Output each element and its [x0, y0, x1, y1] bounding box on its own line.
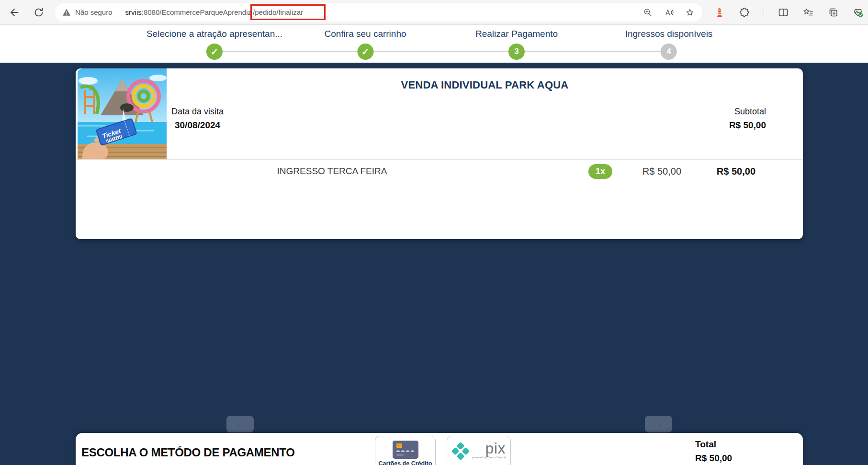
step-payment[interactable]: Realizar Pagamento 3: [475, 29, 558, 60]
toolbar-divider: [764, 7, 764, 18]
collections-icon[interactable]: [827, 7, 839, 18]
step-confirm-cart[interactable]: Confira seu carrinho ✓: [324, 29, 406, 60]
favorite-star-icon[interactable]: [685, 8, 695, 17]
toolbar-extensions-area: [714, 7, 864, 18]
url-path: :8080/EcommerceParqueAprendiz: [142, 8, 251, 16]
payment-heading: ESCOLHA O METÓDO DE PAGAMENTO: [81, 446, 295, 459]
stepper-connector-line: [214, 51, 669, 52]
subtotal-block: Subtotal R$ 50,00: [729, 107, 766, 131]
read-aloud-icon[interactable]: [664, 8, 674, 17]
step-number-badge: 3: [508, 44, 525, 60]
arrow-left-icon: ←: [235, 418, 246, 431]
step-tickets-available[interactable]: Ingressos disponíveis 4: [625, 29, 713, 60]
visit-date-label: Data da visita: [171, 107, 224, 117]
extensions-puzzle-icon[interactable]: [739, 7, 750, 18]
not-secure-label[interactable]: Não seguro: [75, 8, 113, 16]
payment-method-card: ESCOLHA O METÓDO DE PAGAMENTO Cartões de…: [76, 433, 803, 465]
item-quantity-badge: 1x: [588, 164, 612, 179]
credit-card-icon: [393, 441, 418, 459]
refresh-icon[interactable]: [33, 7, 45, 18]
step-check-icon: ✓: [357, 44, 373, 60]
credit-card-method-label: Cartões de Crédito: [375, 460, 435, 465]
subtotal-value: R$ 50,00: [729, 120, 766, 131]
url-text[interactable]: srviis:8080/EcommerceParqueAprendiz/pedi…: [125, 4, 326, 20]
item-name: INGRESSO TERCA FEIRA: [76, 166, 588, 177]
order-total-block: Total R$ 50,00: [695, 439, 732, 464]
credit-card-method-button[interactable]: Cartões de Crédito: [375, 436, 436, 465]
checkout-stepper: Selecione a atração apresentan... ✓ Conf…: [0, 25, 868, 63]
item-total-price: R$ 50,00: [693, 166, 755, 177]
previous-arrow-button[interactable]: ←: [226, 416, 254, 432]
zoom-in-icon[interactable]: [643, 8, 653, 17]
step-label: Realizar Pagamento: [475, 29, 558, 39]
visit-date-block: Data da visita 30/08/2024: [171, 107, 224, 131]
address-bar[interactable]: Não seguro srviis:8080/EcommerceParqueAp…: [55, 3, 702, 22]
cart-item-row: INGRESSO TERCA FEIRA 1x R$ 50,00 R$ 50,0…: [76, 159, 803, 183]
step-label: Selecione a atração apresentan...: [147, 29, 282, 39]
next-arrow-button[interactable]: →: [645, 416, 672, 432]
browser-essentials-icon[interactable]: [852, 7, 864, 18]
lighthouse-extension-icon[interactable]: [714, 7, 725, 18]
step-label: Confira seu carrinho: [324, 29, 406, 39]
total-value: R$ 50,00: [695, 453, 732, 464]
item-unit-price: R$ 50,00: [624, 166, 681, 177]
order-title: VENDA INDIVIDUAL PARK AQUA: [167, 79, 803, 91]
pix-method-label: pix: [485, 443, 506, 455]
park-thumbnail-image: Ticket: [78, 68, 167, 159]
not-secure-warning-icon: [62, 8, 71, 17]
step-check-icon: ✓: [206, 44, 223, 60]
split-screen-icon[interactable]: [778, 7, 789, 18]
arrow-right-icon: →: [653, 418, 664, 431]
favorites-hub-icon[interactable]: [802, 7, 814, 18]
total-label: Total: [695, 439, 732, 450]
step-select-attraction[interactable]: Selecione a atração apresentan... ✓: [147, 29, 282, 60]
pix-icon: [452, 443, 469, 460]
pix-sublabel: powered by Banco Central: [472, 456, 506, 459]
address-divider: [119, 8, 119, 17]
subtotal-label: Subtotal: [729, 107, 766, 117]
browser-toolbar: Não seguro srviis:8080/EcommerceParqueAp…: [0, 0, 868, 25]
url-host: srviis: [125, 8, 142, 16]
step-label: Ingressos disponíveis: [625, 29, 713, 39]
url-highlight-box: /pedido/finalizar: [250, 4, 326, 20]
visit-date-value: 30/08/2024: [171, 120, 224, 131]
order-summary-card: Ticket VENDA INDIVIDUAL PARK AQUA Data d…: [76, 68, 803, 239]
browser-window: Não seguro srviis:8080/EcommerceParqueAp…: [0, 0, 868, 465]
pix-method-button[interactable]: pix powered by Banco Central: [447, 436, 511, 465]
back-icon[interactable]: [9, 7, 20, 18]
step-number-badge: 4: [661, 44, 677, 60]
